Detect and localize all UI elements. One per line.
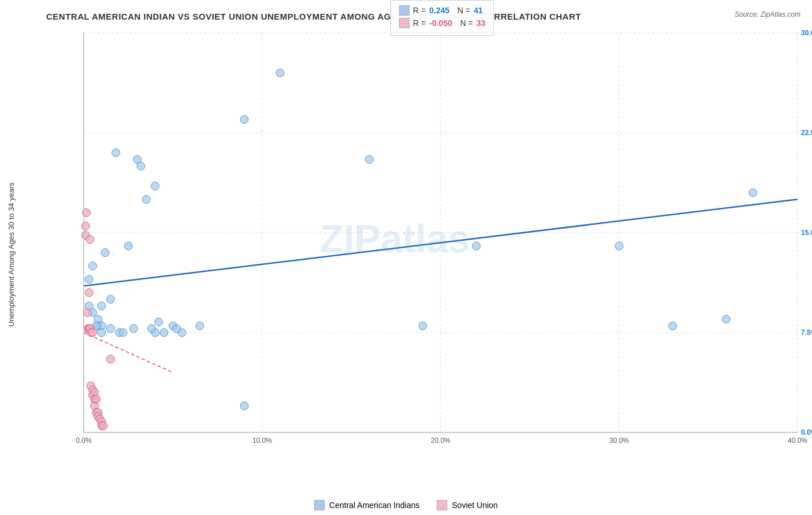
svg-point-51 xyxy=(615,242,623,250)
y-axis-label: Unemployment Among Ages 30 to 34 years xyxy=(7,182,16,327)
svg-point-49 xyxy=(419,322,427,330)
svg-point-31 xyxy=(101,249,109,257)
bottom-legend-pink-label: Soviet Union xyxy=(452,501,498,510)
svg-point-37 xyxy=(137,162,145,170)
svg-point-44 xyxy=(196,322,204,330)
svg-point-85 xyxy=(106,355,114,363)
svg-text:40.0%: 40.0% xyxy=(788,436,807,445)
svg-text:10.0%: 10.0% xyxy=(252,436,272,445)
svg-text:20.0%: 20.0% xyxy=(431,436,450,445)
svg-point-52 xyxy=(669,322,677,330)
legend-swatch-blue xyxy=(399,5,409,16)
svg-point-53 xyxy=(722,315,730,323)
svg-point-56 xyxy=(106,324,114,333)
source-text: Source: ZipAtlas.com xyxy=(735,10,800,18)
bottom-legend-blue-label: Central American Indians xyxy=(329,501,419,510)
svg-point-50 xyxy=(472,242,481,250)
svg-point-24 xyxy=(88,262,96,270)
svg-point-39 xyxy=(151,182,159,190)
legend-n-pink: N = xyxy=(456,18,473,28)
svg-point-65 xyxy=(83,308,91,316)
legend-r-blue: R = xyxy=(413,6,426,15)
svg-point-34 xyxy=(119,329,127,337)
chart-container: CENTRAL AMERICAN INDIAN VS SOVIET UNION … xyxy=(0,0,812,515)
svg-point-58 xyxy=(147,324,155,333)
svg-point-47 xyxy=(276,69,284,77)
svg-point-35 xyxy=(124,242,132,250)
svg-text:15.0%: 15.0% xyxy=(801,229,812,237)
svg-point-59 xyxy=(155,318,163,326)
svg-text:0.0%: 0.0% xyxy=(76,436,92,445)
chart-area: ZIPatlas 0.0%7.5%15.0%22.5%30.0%0.0%10.0… xyxy=(78,27,812,467)
svg-point-87 xyxy=(86,236,94,244)
svg-line-20 xyxy=(84,199,798,286)
svg-point-57 xyxy=(130,324,138,333)
svg-point-41 xyxy=(160,329,168,337)
svg-point-48 xyxy=(365,155,373,163)
scatter-plot: 0.0%7.5%15.0%22.5%30.0%0.0%10.0%20.0%30.… xyxy=(78,27,812,467)
legend-row-blue: R = 0.245 N = 41 xyxy=(399,5,485,16)
svg-line-21 xyxy=(84,333,173,372)
svg-point-77 xyxy=(92,395,100,403)
bottom-swatch-pink xyxy=(437,500,448,510)
svg-point-62 xyxy=(81,222,90,230)
svg-point-86 xyxy=(85,289,93,297)
legend-r-pink: R = xyxy=(413,18,426,28)
svg-text:7.5%: 7.5% xyxy=(801,329,812,337)
bottom-legend: Central American Indians Soviet Union xyxy=(314,500,498,510)
bottom-swatch-blue xyxy=(314,500,325,510)
legend-r-value-pink: -0.050 xyxy=(429,18,452,28)
svg-point-38 xyxy=(142,195,150,203)
svg-point-29 xyxy=(98,329,106,337)
svg-point-46 xyxy=(240,402,248,410)
bottom-legend-blue: Central American Indians xyxy=(314,500,419,510)
svg-point-71 xyxy=(88,329,96,337)
legend-n-blue: N = xyxy=(453,6,470,15)
svg-point-61 xyxy=(112,149,120,157)
svg-point-84 xyxy=(99,421,107,430)
svg-text:30.0%: 30.0% xyxy=(609,436,629,445)
svg-text:30.0%: 30.0% xyxy=(801,29,812,37)
svg-point-45 xyxy=(240,115,248,124)
legend-r-value-blue: 0.245 xyxy=(429,6,449,15)
legend-n-value-blue: 41 xyxy=(474,6,483,15)
svg-point-54 xyxy=(749,189,757,197)
legend-n-value-pink: 33 xyxy=(476,18,486,28)
svg-text:0.0%: 0.0% xyxy=(801,428,812,436)
svg-text:22.5%: 22.5% xyxy=(801,129,812,137)
svg-point-22 xyxy=(85,275,93,283)
svg-point-30 xyxy=(98,302,106,310)
svg-point-60 xyxy=(173,324,181,333)
svg-point-32 xyxy=(106,295,114,303)
bottom-legend-pink: Soviet Union xyxy=(437,500,498,510)
